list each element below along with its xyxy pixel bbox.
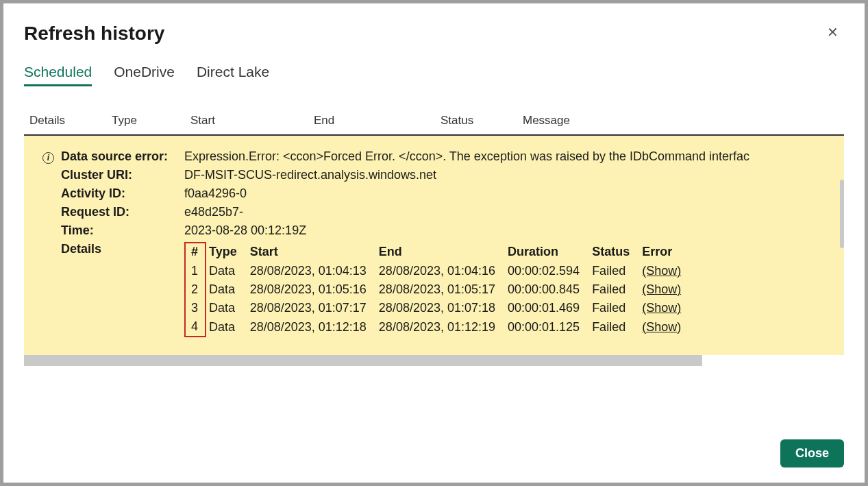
dialog-title: Refresh history (24, 23, 164, 45)
close-button[interactable]: Close (780, 439, 844, 467)
cell-end: 28/08/2023, 01:05:17 (376, 280, 505, 299)
dialog-header: Refresh history ✕ (24, 23, 844, 64)
col-header-type: Type (112, 114, 190, 127)
col-header-message: Message (523, 114, 839, 127)
table-row: 1Data28/08/2023, 01:04:1328/08/2023, 01:… (185, 262, 691, 280)
cell-end: 28/08/2023, 01:04:16 (376, 262, 505, 280)
cell-num: 4 (185, 317, 206, 337)
vertical-scrollbar[interactable] (840, 180, 844, 248)
cell-duration: 00:00:00.845 (505, 280, 589, 299)
cell-num: 3 (185, 299, 206, 317)
error-row-cluster-uri: Cluster URI: DF-MSIT-SCUS-redirect.analy… (61, 168, 832, 182)
label-time: Time: (61, 223, 184, 238)
cell-type: Data (206, 262, 247, 280)
cell-duration: 00:00:02.594 (505, 262, 589, 280)
tab-onedrive[interactable]: OneDrive (114, 64, 175, 86)
col-header-start: Start (190, 114, 314, 127)
show-error-link[interactable]: (Show) (642, 320, 681, 334)
table-header-row: Details Type Start End Status Message (24, 108, 844, 134)
cell-end: 28/08/2023, 01:12:19 (376, 317, 505, 337)
error-row-time: Time: 2023-08-28 00:12:19Z (61, 223, 832, 238)
col-header-end2: End (376, 243, 505, 262)
cell-error: (Show) (639, 299, 691, 317)
cell-start: 28/08/2023, 01:04:13 (247, 262, 376, 280)
cell-start: 28/08/2023, 01:05:16 (247, 280, 376, 299)
cell-status: Failed (589, 317, 639, 337)
label-request-id: Request ID: (61, 205, 184, 219)
col-header-start2: Start (247, 243, 376, 262)
col-header-details: Details (29, 114, 112, 127)
cell-type: Data (206, 280, 247, 299)
table-row: 3Data28/08/2023, 01:07:1728/08/2023, 01:… (185, 299, 691, 317)
show-error-link[interactable]: (Show) (642, 282, 681, 296)
tab-scheduled[interactable]: Scheduled (24, 64, 92, 86)
close-icon[interactable]: ✕ (821, 23, 844, 42)
attempts-header-row: # Type Start End Duration Status Error (185, 243, 691, 262)
dialog-footer: Close (24, 415, 844, 467)
error-row-activity-id: Activity ID: f0aa4296-0 (61, 186, 832, 201)
cell-status: Failed (589, 299, 639, 317)
cell-start: 28/08/2023, 01:07:17 (247, 299, 376, 317)
error-row-details: Details # Type Start End Duration St (61, 242, 832, 337)
cell-num: 2 (185, 280, 206, 299)
cell-status: Failed (589, 280, 639, 299)
attempts-table: # Type Start End Duration Status Error 1… (184, 242, 691, 337)
value-cluster-uri: DF-MSIT-SCUS-redirect.analysis.windows.n… (184, 168, 832, 182)
value-details: # Type Start End Duration Status Error 1… (184, 242, 832, 337)
col-header-status: Status (441, 114, 523, 127)
col-header-status2: Status (589, 243, 639, 262)
col-header-type2: Type (206, 243, 247, 262)
value-time: 2023-08-28 00:12:19Z (184, 223, 832, 238)
table-row: 2Data28/08/2023, 01:05:1628/08/2023, 01:… (185, 280, 691, 299)
col-header-end: End (314, 114, 441, 127)
value-data-source-error: Expression.Error: <ccon>Forced Error. </… (184, 149, 832, 164)
main-content: Details Type Start End Status Message i … (24, 108, 844, 415)
info-icon: i (42, 152, 54, 164)
cell-duration: 00:00:01.125 (505, 317, 589, 337)
label-activity-id: Activity ID: (61, 186, 184, 201)
col-header-error: Error (639, 243, 691, 262)
error-row-request-id: Request ID: e48d25b7- (61, 205, 832, 219)
tabs: Scheduled OneDrive Direct Lake (24, 64, 844, 86)
label-cluster-uri: Cluster URI: (61, 168, 184, 182)
cell-type: Data (206, 299, 247, 317)
show-error-link[interactable]: (Show) (642, 264, 681, 278)
refresh-history-dialog: Refresh history ✕ Scheduled OneDrive Dir… (3, 3, 865, 483)
cell-end: 28/08/2023, 01:07:18 (376, 299, 505, 317)
show-error-link[interactable]: (Show) (642, 301, 681, 315)
cell-type: Data (206, 317, 247, 337)
value-request-id: e48d25b7- (184, 205, 832, 219)
col-header-num: # (185, 243, 206, 262)
cell-error: (Show) (639, 317, 691, 337)
cell-num: 1 (185, 262, 206, 280)
col-header-duration: Duration (505, 243, 589, 262)
cell-error: (Show) (639, 262, 691, 280)
label-data-source-error: Data source error: (61, 149, 184, 164)
cell-status: Failed (589, 262, 639, 280)
value-activity-id: f0aa4296-0 (184, 186, 832, 201)
label-details: Details (61, 242, 184, 256)
error-row-data-source: Data source error: Expression.Error: <cc… (61, 149, 832, 164)
cell-start: 28/08/2023, 01:12:18 (247, 317, 376, 337)
error-details-panel: i Data source error: Expression.Error: <… (24, 136, 844, 355)
table-row: 4Data28/08/2023, 01:12:1828/08/2023, 01:… (185, 317, 691, 337)
horizontal-scrollbar[interactable] (24, 355, 702, 366)
cell-error: (Show) (639, 280, 691, 299)
tab-direct-lake[interactable]: Direct Lake (197, 64, 269, 86)
cell-duration: 00:00:01.469 (505, 299, 589, 317)
